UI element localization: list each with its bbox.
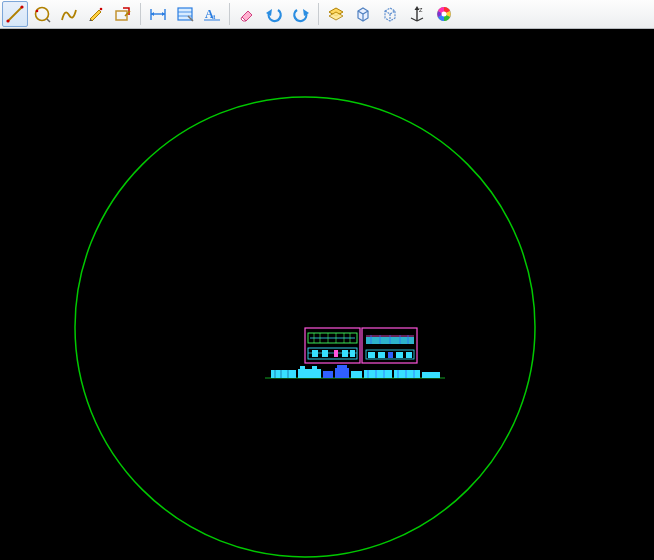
svg-rect-68 xyxy=(351,371,362,378)
color-tool[interactable] xyxy=(431,1,457,27)
svg-line-26 xyxy=(411,18,417,21)
svg-rect-59 xyxy=(406,352,412,358)
svg-rect-55 xyxy=(368,352,375,358)
layers-tool[interactable] xyxy=(323,1,349,27)
svg-point-1 xyxy=(6,19,9,22)
edit-tool[interactable] xyxy=(83,1,109,27)
svg-rect-46 xyxy=(350,350,355,357)
z-axis-tool[interactable]: z xyxy=(404,1,430,27)
svg-point-29 xyxy=(442,12,447,17)
edit-region-tool[interactable] xyxy=(110,1,136,27)
svg-text:z: z xyxy=(419,6,423,13)
svg-line-0 xyxy=(8,7,22,21)
svg-rect-56 xyxy=(378,352,385,358)
svg-rect-44 xyxy=(334,350,338,357)
drawing-canvas[interactable] xyxy=(0,29,654,560)
svg-rect-65 xyxy=(323,371,333,378)
svg-rect-67 xyxy=(337,365,347,368)
svg-rect-42 xyxy=(312,350,318,357)
svg-rect-66 xyxy=(335,368,349,378)
main-toolbar: Aa z xyxy=(0,0,654,29)
canvas-svg xyxy=(0,29,654,560)
svg-line-4 xyxy=(47,19,50,22)
circle-tool[interactable] xyxy=(29,1,55,27)
svg-rect-57 xyxy=(388,352,393,358)
svg-point-3 xyxy=(36,8,49,21)
line-tool[interactable] xyxy=(2,1,28,27)
toolbar-separator xyxy=(318,3,319,25)
drawing-block xyxy=(265,328,445,378)
svg-rect-64 xyxy=(312,366,317,369)
svg-point-2 xyxy=(20,5,23,8)
undo-tool[interactable] xyxy=(261,1,287,27)
dimension-tool[interactable] xyxy=(145,1,171,27)
svg-line-27 xyxy=(417,18,423,21)
svg-rect-62 xyxy=(298,369,321,378)
toolbar-separator xyxy=(229,3,230,25)
svg-rect-63 xyxy=(300,366,305,369)
svg-rect-58 xyxy=(396,352,403,358)
svg-rect-77 xyxy=(422,372,440,378)
svg-point-6 xyxy=(100,8,103,11)
polyline-tool[interactable] xyxy=(56,1,82,27)
isometric-tool[interactable] xyxy=(377,1,403,27)
toolbar-separator xyxy=(140,3,141,25)
svg-rect-43 xyxy=(322,350,328,357)
text-tool[interactable]: Aa xyxy=(199,1,225,27)
drawing-circle xyxy=(75,97,535,557)
erase-tool[interactable] xyxy=(234,1,260,27)
svg-rect-45 xyxy=(342,350,348,357)
hatch-tool[interactable] xyxy=(172,1,198,27)
svg-point-5 xyxy=(36,10,39,13)
redo-tool[interactable] xyxy=(288,1,314,27)
box-3d-tool[interactable] xyxy=(350,1,376,27)
